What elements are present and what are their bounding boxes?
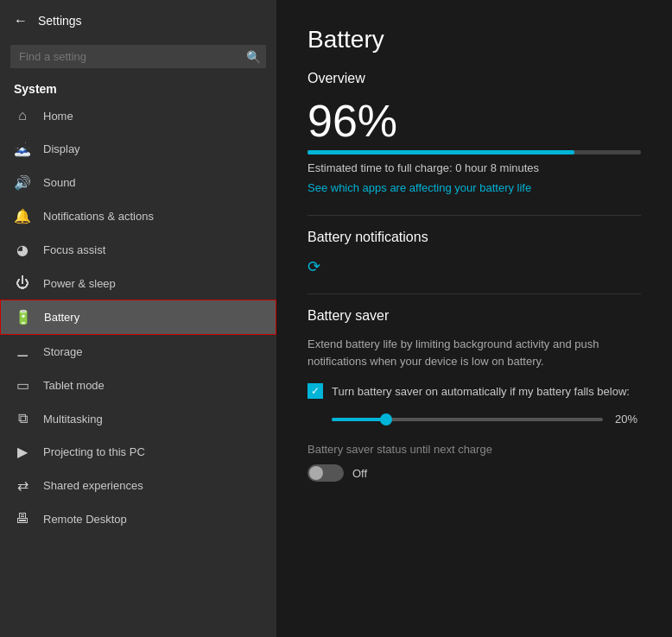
- sidebar-item-label: Tablet mode: [43, 379, 105, 392]
- sidebar-item-label: Power & sleep: [43, 277, 116, 290]
- checkmark-icon: ✓: [311, 385, 320, 397]
- sidebar-item-label: Storage: [43, 345, 83, 358]
- divider-2: [307, 293, 641, 294]
- shared-icon: ⇄: [14, 477, 31, 494]
- toggle-knob: [309, 466, 323, 480]
- slider-thumb[interactable]: [380, 413, 392, 426]
- display-icon: 🗻: [14, 141, 31, 157]
- battery-percent: 96%: [307, 98, 641, 143]
- remote-icon: 🖶: [14, 511, 31, 527]
- auto-saver-label: Turn battery saver on automatically if m…: [332, 385, 630, 398]
- apps-affecting-battery-link[interactable]: See which apps are affecting your batter…: [307, 181, 641, 194]
- battery-threshold-slider[interactable]: [332, 418, 603, 421]
- sidebar-item-battery[interactable]: 🔋 Battery: [0, 300, 276, 335]
- sidebar-item-power[interactable]: ⏻ Power & sleep: [0, 267, 276, 300]
- toggle-label: Off: [352, 467, 367, 480]
- sidebar-item-multitasking[interactable]: ⧉ Multitasking: [0, 402, 276, 435]
- sidebar-item-label: Remote Desktop: [43, 513, 127, 526]
- sidebar-item-remote[interactable]: 🖶 Remote Desktop: [0, 502, 276, 535]
- battery-saver-toggle[interactable]: [307, 464, 344, 482]
- sidebar-item-label: Multitasking: [43, 413, 103, 426]
- sidebar-item-label: Focus assist: [43, 243, 105, 256]
- home-icon: [14, 108, 31, 123]
- search-input[interactable]: [10, 45, 266, 68]
- multitasking-icon: ⧉: [14, 411, 31, 426]
- sidebar-item-shared[interactable]: ⇄ Shared experiences: [0, 469, 276, 502]
- sidebar-item-display[interactable]: 🗻 Display: [0, 132, 276, 166]
- sidebar: ← Settings 🔍 System Home 🗻 Display 🔊 Sou…: [0, 0, 276, 637]
- sidebar-item-focus[interactable]: ◕ Focus assist: [0, 233, 276, 267]
- auto-saver-checkbox-row: ✓ Turn battery saver on automatically if…: [307, 383, 641, 399]
- battery-saver-description: Extend battery life by limiting backgrou…: [307, 336, 641, 369]
- slider-value: 20%: [615, 413, 641, 426]
- battery-progress-fill: [307, 150, 574, 155]
- projecting-icon: ▶: [14, 444, 31, 460]
- sidebar-item-label: Notifications & actions: [43, 210, 154, 223]
- sound-icon: 🔊: [14, 174, 31, 191]
- sidebar-item-label: Shared experiences: [43, 479, 143, 492]
- battery-saver-status-label: Battery saver status until next charge: [307, 443, 641, 456]
- sidebar-item-label: Sound: [43, 176, 76, 189]
- power-icon: ⏻: [14, 275, 31, 291]
- sidebar-item-label: Display: [43, 142, 80, 155]
- battery-saver-toggle-row: Off: [307, 464, 641, 482]
- search-icon[interactable]: 🔍: [246, 50, 261, 64]
- overview-section-title: Overview: [307, 71, 641, 86]
- notifications-icon: 🔔: [14, 208, 31, 224]
- sidebar-item-tablet[interactable]: ▭ Tablet mode: [0, 369, 276, 402]
- sidebar-item-storage[interactable]: ⚊ Storage: [0, 335, 276, 369]
- divider-1: [307, 215, 641, 216]
- charge-estimate-text: Estimated time to full charge: 0 hour 8 …: [307, 161, 641, 174]
- battery-progress-bar: [307, 150, 641, 155]
- battery-threshold-slider-row: 20%: [332, 413, 641, 426]
- sidebar-item-home[interactable]: Home: [0, 99, 276, 132]
- focus-icon: ◕: [14, 242, 31, 258]
- sidebar-header: ← Settings: [0, 0, 276, 41]
- sidebar-item-label: Home: [43, 110, 73, 123]
- sidebar-item-sound[interactable]: 🔊 Sound: [0, 166, 276, 199]
- sidebar-item-label: Projecting to this PC: [43, 445, 145, 458]
- settings-title: Settings: [38, 14, 82, 28]
- auto-saver-checkbox[interactable]: ✓: [307, 383, 323, 399]
- loading-spinner: ⟳: [307, 257, 641, 276]
- battery-saver-title: Battery saver: [307, 308, 641, 324]
- storage-icon: ⚊: [14, 344, 31, 360]
- slider-fill: [332, 418, 386, 421]
- battery-notifications-title: Battery notifications: [307, 230, 641, 245]
- search-box: 🔍: [10, 45, 266, 68]
- page-title: Battery: [307, 26, 641, 54]
- sidebar-item-label: Battery: [44, 311, 79, 324]
- sidebar-item-projecting[interactable]: ▶ Projecting to this PC: [0, 435, 276, 469]
- sidebar-item-notifications[interactable]: 🔔 Notifications & actions: [0, 199, 276, 233]
- tablet-icon: ▭: [14, 377, 31, 394]
- main-content: Battery Overview 96% Estimated time to f…: [276, 0, 672, 637]
- back-button[interactable]: ←: [14, 13, 28, 28]
- system-label: System: [0, 75, 276, 99]
- battery-icon: 🔋: [15, 309, 32, 325]
